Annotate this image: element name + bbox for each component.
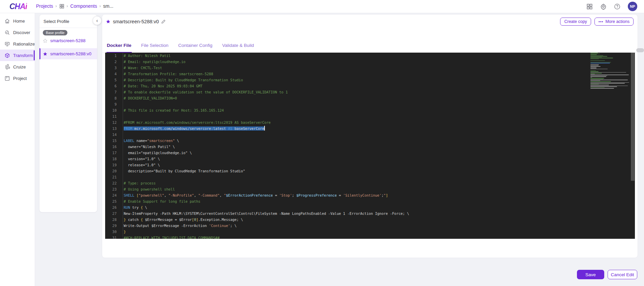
- tab-validate-build[interactable]: Validate & Build: [222, 37, 254, 53]
- code-line[interactable]: LABEL name="smartscreen" \: [105, 138, 635, 144]
- minimap-line: [590, 60, 605, 61]
- code-line[interactable]: # Author: Nilesh Patil: [105, 53, 635, 59]
- minimap-line: [590, 86, 628, 86]
- sidebar-item-rationalize[interactable]: Rationalize: [0, 38, 35, 50]
- component-title: smartscreen-5288:v0: [113, 19, 159, 24]
- sidebar-item-label: Transform: [13, 53, 33, 58]
- code-line[interactable]: # Enable Support for long file paths: [105, 198, 635, 204]
- more-actions-button[interactable]: ••• More actions: [594, 18, 634, 26]
- profile-item[interactable]: smartscreen-5288:v0: [39, 48, 97, 59]
- cruize-icon: [4, 64, 10, 70]
- minimap-line: [590, 81, 611, 82]
- code-line[interactable]: # Transformation Profile: smartscreen-52…: [105, 71, 635, 77]
- code-line[interactable]: SHELL ["powershell", "-NoProfile", "-Com…: [105, 192, 635, 198]
- code-line[interactable]: owner="Nilesh Patil" \: [105, 144, 635, 150]
- minimap-line: [590, 62, 611, 63]
- code-line[interactable]: # Date: Thu, 20 Nov 2025 09:03:04 GMT: [105, 83, 635, 89]
- sidebar-item-project[interactable]: Project: [0, 73, 35, 84]
- minimap-line: [590, 65, 599, 66]
- settings-gear-icon[interactable]: [600, 3, 607, 10]
- code-line[interactable]: email="npatil@cloudhedge.io" \: [105, 150, 635, 156]
- component-title-row: smartscreen-5288:v0: [106, 19, 166, 24]
- help-icon[interactable]: [614, 3, 620, 10]
- code-line[interactable]: } catch { $ErrorMessage = $Error[0].Exce…: [105, 217, 635, 223]
- minimap-line: [590, 82, 629, 83]
- code-line[interactable]: # Email: npatil@cloudhedge.io: [105, 59, 635, 65]
- sidebar: HomeDiscoverRationalizeTransformCruizePr…: [0, 13, 35, 286]
- minimap-line: [590, 58, 613, 58]
- editor-scrollbar: [631, 53, 635, 239]
- edit-pencil-icon[interactable]: [161, 19, 166, 24]
- code-line[interactable]: ##CH:REPLACE WITH INCLUDELIST DATA COMMA…: [105, 235, 635, 239]
- editor-scrollbar-thumb[interactable]: [631, 53, 635, 181]
- base-profile-badge: Base profile: [43, 30, 67, 35]
- code-line[interactable]: description="Built by CloudHedge Transfo…: [105, 168, 635, 174]
- code-line[interactable]: RUN try { \: [105, 204, 635, 210]
- minimap-line: [590, 67, 596, 68]
- code-line[interactable]: release="1.0" \: [105, 162, 635, 168]
- breadcrumb-item-projects[interactable]: Projects: [36, 3, 53, 9]
- minimap-line: [590, 73, 602, 74]
- rationalize-icon: [4, 41, 10, 47]
- breadcrumb-components-grid-icon[interactable]: [59, 4, 64, 9]
- code-line[interactable]: # This file is created for Host: 35.165.…: [105, 107, 635, 113]
- star-filled-icon[interactable]: [43, 52, 48, 56]
- minimap-selected-line: [590, 63, 610, 63]
- code-line[interactable]: version="1.0" \: [105, 156, 635, 162]
- save-button[interactable]: Save: [577, 270, 604, 279]
- dockerfile-editor[interactable]: 1# Author: Nilesh Patil2# Email: npatil@…: [105, 53, 635, 239]
- sidebar-item-label: Cruize: [13, 64, 26, 69]
- minimap-line: [590, 57, 602, 58]
- text-cursor: [264, 126, 265, 131]
- chai-logo[interactable]: CHAi: [9, 2, 27, 11]
- sidebar-item-home[interactable]: Home: [0, 15, 35, 27]
- code-line[interactable]: # Wave: CHCTL-Test: [105, 65, 635, 71]
- minimap-line: [590, 80, 628, 80]
- profile-item[interactable]: smartscreen-5288: [39, 36, 97, 46]
- tab-docker-file[interactable]: Docker File: [106, 37, 132, 53]
- minimap-line: [590, 76, 607, 76]
- minimap-line: [590, 79, 603, 80]
- star-outline-icon[interactable]: [43, 38, 48, 43]
- code-line[interactable]: New-ItemProperty -Path HKLM:\SYSTEM\Curr…: [105, 210, 635, 217]
- profile-panel: ‹ Select Profile Base profile smartscree…: [39, 14, 97, 212]
- page-scrollbar-fragment[interactable]: [636, 48, 644, 52]
- minimap-line: [590, 77, 592, 78]
- user-avatar[interactable]: NP: [628, 2, 637, 11]
- tab-file-selection[interactable]: File Selection: [141, 37, 169, 53]
- cancel-edit-button[interactable]: Cancel Edit: [608, 270, 637, 279]
- breadcrumb-item-components[interactable]: Components: [70, 3, 97, 9]
- minimap-line: [590, 53, 598, 53]
- code-line[interactable]: # Description: Built by CloudHedge Trans…: [105, 77, 635, 83]
- sidebar-item-label: Rationalize: [13, 41, 35, 47]
- editor-minimap[interactable]: [589, 53, 630, 239]
- profile-name: smartscreen-5288: [50, 38, 86, 43]
- header-actions: NP: [586, 2, 637, 11]
- app-header: CHAi Projects › › Components › sm... NP: [0, 0, 644, 13]
- code-line[interactable]: }: [105, 229, 635, 235]
- sidebar-item-cruize[interactable]: Cruize: [0, 61, 35, 73]
- code-line[interactable]: [105, 132, 635, 138]
- minimap-line: [590, 84, 599, 85]
- create-copy-button[interactable]: Create copy: [560, 18, 591, 26]
- sidebar-item-discover[interactable]: Discover: [0, 27, 35, 38]
- code-line[interactable]: # DOCKERFILE_VALIDATION=0: [105, 95, 635, 101]
- code-line[interactable]: Write-Output $ErrorMessage -ErrorAction …: [105, 223, 635, 229]
- code-line[interactable]: [105, 101, 635, 107]
- code-line[interactable]: # Using powershell shell: [105, 186, 635, 192]
- profile-list: smartscreen-5288smartscreen-5288:v0: [39, 36, 97, 59]
- code-line[interactable]: #FROM mcr.microsoft.com/windows/serverco…: [105, 119, 635, 125]
- code-line[interactable]: # To enable dockerfile validation set th…: [105, 89, 635, 95]
- sidebar-item-transform[interactable]: Transform: [0, 50, 35, 61]
- code-line[interactable]: FROM mcr.microsoft.com/windows/servercor…: [105, 125, 635, 132]
- tab-container-config[interactable]: Container Config: [178, 37, 213, 53]
- minimap-line: [590, 78, 604, 79]
- code-line[interactable]: [105, 174, 635, 180]
- chevron-right-icon: ›: [67, 4, 68, 8]
- apps-grid-icon[interactable]: [586, 3, 593, 10]
- code-line[interactable]: # Type: process: [105, 180, 635, 186]
- minimap-line: [590, 66, 601, 67]
- minimap-line: [590, 68, 596, 68]
- code-line[interactable]: [105, 113, 635, 119]
- collapse-panel-button[interactable]: ‹: [93, 16, 101, 25]
